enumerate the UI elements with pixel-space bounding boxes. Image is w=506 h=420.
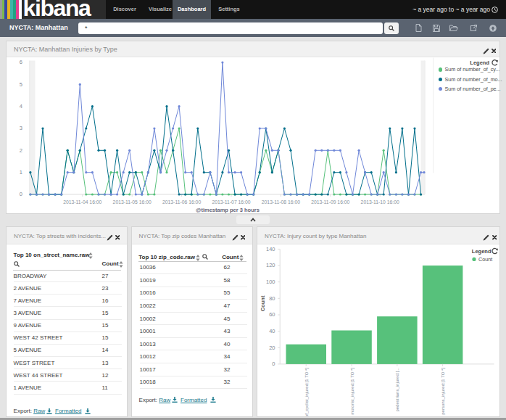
svg-text:140: 140 [265, 245, 275, 252]
svg-text:2013-11-08 16:00: 2013-11-08 16:00 [262, 199, 300, 205]
svg-text:3: 3 [20, 125, 22, 131]
svg-text:4: 4 [20, 103, 22, 110]
svg-text:motorist_injured:[1 TO *]: motorist_injured:[1 TO *] [349, 367, 354, 414]
svg-text:pedestrians_injured:[...: pedestrians_injured:[... [395, 367, 399, 411]
svg-text:40: 40 [269, 327, 275, 334]
svg-text:0: 0 [20, 191, 22, 197]
svg-text:120: 120 [265, 262, 275, 268]
svg-text:2013-11-04 16:00: 2013-11-04 16:00 [63, 199, 101, 205]
svg-text:2013-11-10 16:00: 2013-11-10 16:00 [361, 199, 399, 205]
svg-text:20: 20 [269, 344, 275, 350]
svg-text:1: 1 [20, 169, 22, 176]
svg-text:60: 60 [269, 311, 275, 318]
svg-text:80: 80 [269, 295, 275, 301]
svg-text:2: 2 [20, 147, 22, 153]
svg-text:Count: Count [478, 256, 492, 263]
svg-text:0: 0 [272, 361, 275, 367]
svg-text:2013-11-05 16:00: 2013-11-05 16:00 [113, 199, 152, 205]
svg-text:5: 5 [20, 81, 22, 87]
svg-text:@timestamp per 3 hours: @timestamp per 3 hours [196, 207, 260, 213]
svg-text:100: 100 [265, 279, 275, 285]
svg-text:of_cyclist_injured:[1 TO *]: of_cyclist_injured:[1 TO *] [304, 367, 308, 416]
svg-text:6: 6 [20, 59, 22, 65]
svg-text:persons_injured:[1 TO *]: persons_injured:[1 TO *] [441, 367, 445, 414]
svg-text:Count: Count [259, 295, 265, 311]
svg-text:2013-11-09 16:00: 2013-11-09 16:00 [311, 199, 349, 205]
svg-text:Legend: Legend [471, 247, 491, 254]
svg-text:2013-11-06 16:00: 2013-11-06 16:00 [162, 199, 201, 205]
svg-text:2013-11-07 16:00: 2013-11-07 16:00 [212, 199, 250, 205]
